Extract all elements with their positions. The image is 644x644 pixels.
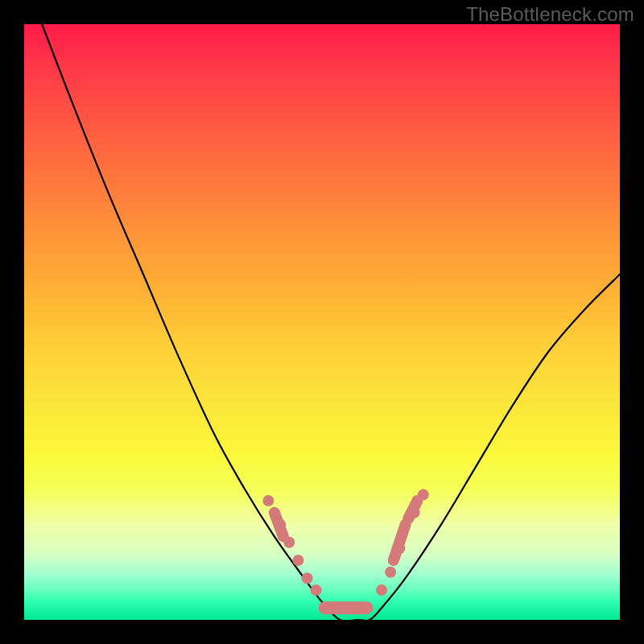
curve-marker: [283, 537, 295, 548]
curve-marker: [376, 584, 387, 596]
curve-marker: [311, 584, 322, 596]
curve-svg: [24, 24, 620, 620]
curve-marker: [394, 543, 405, 554]
chart-frame: TheBottleneck.com: [0, 0, 644, 644]
marker-group: [262, 489, 428, 609]
curve-marker: [418, 489, 429, 501]
curve-marker-pill: [275, 513, 283, 537]
plot-area: [24, 24, 620, 620]
curve-marker: [409, 507, 420, 518]
curve-group: [42, 24, 620, 620]
watermark-text: TheBottleneck.com: [466, 3, 634, 26]
curve-marker: [385, 567, 396, 578]
curve-marker-pill: [408, 501, 417, 518]
curve-marker: [302, 572, 313, 584]
curve-marker-pill: [394, 525, 406, 560]
bottleneck-curve: [42, 24, 620, 620]
curve-marker: [292, 555, 303, 566]
curve-marker: [275, 519, 286, 530]
curve-marker: [262, 495, 274, 506]
